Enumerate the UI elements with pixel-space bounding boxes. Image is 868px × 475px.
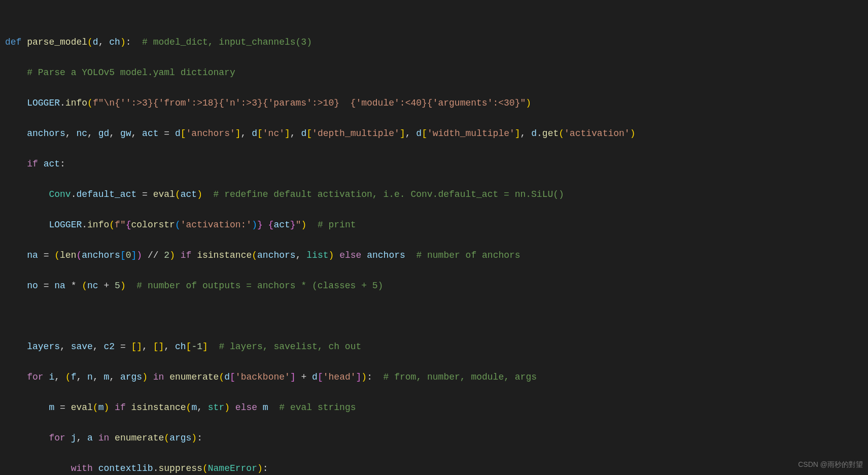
code-line: def parse_model(d, ch): # model_dict, in… bbox=[5, 35, 863, 50]
code-line bbox=[5, 309, 863, 324]
comment: # Parse a YOLOv5 model.yaml dictionary bbox=[27, 67, 235, 78]
code-line: for j, a in enumerate(args): bbox=[5, 430, 863, 446]
code-line: LOGGER.info(f"\n{'':>3}{'from':>18}{'n':… bbox=[5, 95, 863, 111]
code-line: na = (len(anchors[0]) // 2) if isinstanc… bbox=[5, 248, 863, 263]
code-line: # Parse a YOLOv5 model.yaml dictionary bbox=[5, 65, 863, 80]
function-name: parse_model bbox=[27, 37, 87, 47]
code-line: anchors, nc, gd, gw, act = d['anchors'],… bbox=[5, 126, 863, 141]
code-line: layers, save, c2 = [], [], ch[-1] # laye… bbox=[5, 339, 863, 354]
code-line: if act: bbox=[5, 156, 863, 172]
code-editor[interactable]: def parse_model(d, ch): # model_dict, in… bbox=[0, 0, 868, 475]
code-line: no = na * (nc + 5) # number of outputs =… bbox=[5, 278, 863, 293]
comment: # model_dict, input_channels(3) bbox=[142, 37, 312, 47]
code-line: Conv.default_act = eval(act) # redefine … bbox=[5, 187, 863, 202]
code-line: m = eval(m) if isinstance(m, str) else m… bbox=[5, 400, 863, 415]
code-line: with contextlib.suppress(NameError): bbox=[5, 461, 863, 475]
code-line: LOGGER.info(f"{colorstr('activation:')} … bbox=[5, 217, 863, 232]
code-line: for i, (f, n, m, args) in enumerate(d['b… bbox=[5, 369, 863, 385]
keyword-def: def bbox=[5, 37, 21, 47]
watermark: CSDN @雨秒的對望 bbox=[798, 457, 863, 472]
